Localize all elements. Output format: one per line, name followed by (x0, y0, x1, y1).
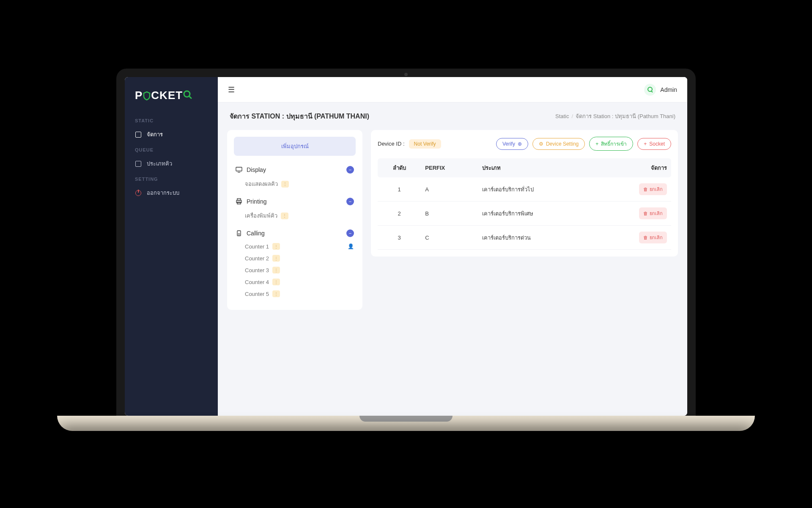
badge-icon: ⋮ (272, 279, 280, 285)
tree-item-display-screen[interactable]: จอแสดงผลคิว ⋮ (234, 177, 356, 191)
cancel-button[interactable]: 🗑ยกเลิก (639, 183, 667, 195)
badge-icon: ⋮ (272, 267, 280, 273)
plus-icon: + (644, 141, 647, 147)
device-setting-button[interactable]: ⚙ Device Setting (532, 138, 585, 150)
button-label: ยกเลิก (650, 185, 663, 193)
monitor-icon (236, 166, 242, 173)
sidebar-item-logout[interactable]: ออกจากระบบ (125, 184, 218, 202)
menu-toggle-button[interactable]: ☰ (228, 85, 235, 94)
badge-icon: ⋮ (281, 181, 289, 188)
button-label: Socket (649, 141, 665, 147)
tree-item-label: จอแสดงผลคิว (245, 179, 278, 188)
sidebar-item-manage[interactable]: จัดการ (125, 126, 218, 143)
logo-shield-icon (143, 89, 151, 102)
button-label: Device Setting (546, 141, 579, 147)
tree-item-label: เครื่องพิมพ์คิว (245, 211, 277, 220)
status-badge: Not Verify (409, 139, 441, 149)
tree-item-label: Counter 1 (245, 243, 269, 250)
logo-q-icon (183, 90, 192, 99)
tree-header-printing[interactable]: Printing − (234, 194, 356, 209)
badge-icon: ⋮ (281, 213, 288, 219)
tree-header-display[interactable]: Display − (234, 163, 356, 177)
table-row: 2 B เคาร์เตอร์บริการพิเศษ 🗑ยกเลิก (378, 202, 671, 226)
table-header-row: ลำดับ PERFIX ประเภท จัดการ (378, 158, 671, 177)
cell-prefix: B (421, 202, 477, 226)
verify-button[interactable]: Verify ⊕ (496, 138, 528, 150)
tree-group-label: Printing (247, 198, 266, 205)
badge-icon: ⋮ (272, 255, 280, 262)
trash-icon: 🗑 (643, 211, 648, 216)
tree-item-counter-2[interactable]: Counter 2 ⋮ (234, 252, 356, 264)
crumb-1[interactable]: Static (555, 113, 569, 119)
button-label: ยกเลิก (650, 234, 663, 241)
sidebar-section-setting: SETTING (125, 172, 218, 184)
sidebar-item-label: ออกจากระบบ (147, 188, 179, 197)
cell-no: 3 (378, 226, 421, 250)
sidebar-item-label: จัดการ (147, 130, 163, 139)
tree-group-label: Display (247, 166, 266, 173)
content-row: เพิ่มอุปกรณ์ Display − จอแสดงผลคิว (218, 130, 687, 319)
tree-item-label: Counter 2 (245, 255, 269, 262)
breadcrumb-row: จัดการ STATION : ปทุมธานี (PATHUM THANI)… (218, 102, 687, 130)
trash-icon: 🗑 (643, 187, 648, 192)
cell-type: เคาร์เตอร์บริการพิเศษ (478, 202, 598, 226)
table-row: 3 C เคาร์เตอร์บริการด่วน 🗑ยกเลิก (378, 226, 671, 250)
sidebar-section-queue: QUEUE (125, 143, 218, 155)
badge-icon: ⋮ (272, 243, 280, 250)
tree-item-label: Counter 3 (245, 267, 269, 273)
sidebar: PCKET STATIC จัดการ QUEUE ประเภทคิว SETT… (125, 77, 218, 416)
tree-item-counter-3[interactable]: Counter 3 ⋮ (234, 264, 356, 276)
tree-item-counter-1[interactable]: Counter 1 ⋮ 👤 (234, 240, 356, 252)
topbar: ☰ Admin (218, 77, 687, 102)
power-icon (135, 190, 142, 196)
socket-button[interactable]: + Socket (637, 138, 671, 150)
tree-item-counter-5[interactable]: Counter 5 ⋮ (234, 288, 356, 300)
laptop-shadow (61, 427, 751, 439)
tree-group-display: Display − จอแสดงผลคิว ⋮ (234, 163, 356, 191)
add-device-button[interactable]: เพิ่มอุปกรณ์ (234, 137, 356, 156)
tree-item-label: Counter 4 (245, 279, 269, 285)
tree-group-calling: Calling − Counter 1 ⋮ 👤 (234, 226, 356, 300)
cell-type: เคาร์เตอร์บริการทั่วไป (478, 177, 598, 202)
button-label: สิทธิ์การเข้า (601, 140, 627, 148)
crumb-2: จัดการ Station : ปทุมธานี (Pathum Thani) (576, 113, 675, 119)
detail-panel: Device ID : Not Verify Verify ⊕ ⚙ Device… (371, 130, 678, 257)
col-no: ลำดับ (378, 158, 421, 177)
tree-item-printer[interactable]: เครื่องพิมพ์คิว ⋮ (234, 209, 356, 223)
cell-no: 1 (378, 177, 421, 202)
minus-icon[interactable]: − (346, 166, 354, 174)
user-area[interactable]: Admin (644, 84, 677, 96)
page-title: จัดการ STATION : ปทุมธานี (PATHUM THANI) (230, 111, 369, 121)
button-label: ยกเลิก (650, 210, 663, 217)
logo-text-1: P (135, 89, 143, 102)
grid-icon (135, 160, 142, 167)
cell-type: เคาร์เตอร์บริการด่วน (478, 226, 598, 250)
svg-point-10 (238, 233, 240, 235)
breadcrumb: Static/จัดการ Station : ปทุมธานี (Pathum… (555, 112, 675, 121)
cell-no: 2 (378, 202, 421, 226)
svg-rect-4 (236, 167, 242, 171)
camera-dot (404, 73, 408, 76)
svg-line-3 (651, 91, 653, 92)
cancel-button[interactable]: 🗑ยกเลิก (639, 207, 667, 219)
trash-icon: 🗑 (643, 235, 648, 240)
speaker-icon (236, 230, 242, 237)
col-action: จัดการ (598, 158, 671, 177)
svg-line-1 (189, 96, 191, 98)
minus-icon[interactable]: − (346, 198, 354, 205)
sliders-icon: ⚙ (539, 141, 543, 147)
app-screen: PCKET STATIC จัดการ QUEUE ประเภทคิว SETT… (125, 77, 687, 416)
person-icon: 👤 (348, 243, 354, 249)
access-button[interactable]: + สิทธิ์การเข้า (589, 137, 633, 151)
sidebar-item-queue-type[interactable]: ประเภทคิว (125, 155, 218, 172)
cell-prefix: C (421, 226, 477, 250)
cancel-button[interactable]: 🗑ยกเลิก (639, 232, 667, 243)
detail-header: Device ID : Not Verify Verify ⊕ ⚙ Device… (378, 137, 671, 151)
avatar (644, 84, 656, 96)
tree-group-printing: Printing − เครื่องพิมพ์คิว ⋮ (234, 194, 356, 223)
tree-header-calling[interactable]: Calling − (234, 226, 356, 240)
crumb-separator: / (571, 113, 573, 119)
tree-item-counter-4[interactable]: Counter 4 ⋮ (234, 276, 356, 288)
sidebar-item-label: ประเภทคิว (147, 159, 172, 168)
minus-icon[interactable]: − (346, 229, 354, 237)
